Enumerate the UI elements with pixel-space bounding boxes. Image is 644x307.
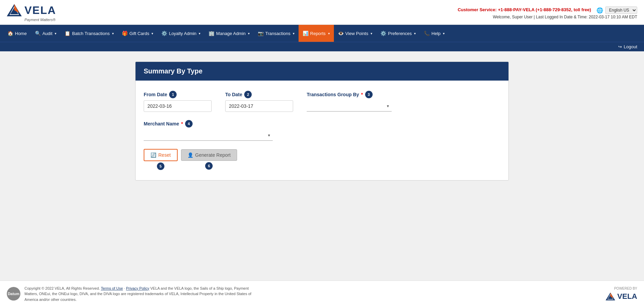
home-icon: 🏠 bbox=[7, 31, 13, 36]
nav-loyalty[interactable]: ⚙️ Loyalty Admin ▾ bbox=[157, 25, 204, 42]
nav-manageadmin[interactable]: 🏢 Manage Admin ▾ bbox=[204, 25, 254, 42]
group-by-select[interactable] bbox=[307, 100, 392, 112]
nav-reports[interactable]: 📊 Reports ▾ bbox=[299, 25, 334, 42]
form-row-2: Merchant Name * 4 ▾ bbox=[144, 120, 500, 141]
nav-batch[interactable]: 📋 Batch Transactions ▾ bbox=[60, 25, 118, 42]
reset-icon: 🔄 bbox=[150, 152, 156, 158]
to-date-label: To Date 2 bbox=[225, 91, 293, 98]
merchant-select[interactable] bbox=[144, 130, 273, 141]
nav-manageadmin-label: Manage Admin bbox=[216, 31, 246, 36]
to-date-step: 2 bbox=[244, 91, 252, 98]
reports-caret: ▾ bbox=[328, 32, 330, 35]
privacy-link[interactable]: Privacy Policy bbox=[126, 286, 149, 290]
to-date-group: To Date 2 bbox=[225, 91, 293, 112]
logout-bar: ↪ Logout bbox=[0, 42, 644, 51]
nav-home[interactable]: 🏠 Home bbox=[3, 25, 31, 42]
merchant-select-wrapper: ▾ bbox=[144, 130, 273, 141]
datum-logo: Datum bbox=[7, 287, 20, 301]
logout-label: Logout bbox=[624, 44, 637, 49]
logo-text: VELA bbox=[24, 4, 56, 17]
group-by-label-text: Transactions Group By bbox=[307, 92, 359, 97]
nav-giftcards[interactable]: 🎁 Gift Cards ▾ bbox=[118, 25, 158, 42]
footer-left: Datum Copyright © 2022 VELA, All Rights … bbox=[7, 286, 262, 303]
transactions-icon: 📷 bbox=[258, 31, 264, 36]
vela-logo-svg bbox=[7, 3, 22, 18]
terms-link[interactable]: Terms of Use bbox=[101, 286, 123, 290]
group-by-label: Transactions Group By * 3 bbox=[307, 91, 392, 98]
generate-step: 6 bbox=[205, 162, 213, 170]
help-icon: 📞 bbox=[424, 31, 430, 36]
from-date-label: From Date 1 bbox=[144, 91, 212, 98]
customer-service: Customer Service: +1-888-PAY-VELA (+1-88… bbox=[458, 7, 591, 12]
footer-right: POWERED BY VELA bbox=[606, 287, 637, 301]
group-by-required: * bbox=[361, 92, 363, 97]
from-date-label-text: From Date bbox=[144, 92, 167, 97]
nav-batch-label: Batch Transactions bbox=[72, 31, 110, 36]
nav-bar: 🏠 Home 🔍 Audit ▾ 📋 Batch Transactions ▾ … bbox=[0, 25, 644, 42]
footer-logo-svg bbox=[606, 292, 615, 301]
reset-label: Reset bbox=[158, 152, 171, 158]
reset-button[interactable]: 🔄 Reset bbox=[144, 149, 178, 161]
merchant-group: Merchant Name * 4 ▾ bbox=[144, 120, 273, 141]
form-container: Summary By Type From Date 1 To Date 2 bbox=[135, 62, 509, 181]
logo-row: VELA bbox=[7, 3, 56, 18]
from-date-input[interactable] bbox=[144, 100, 212, 112]
generate-icon: 👤 bbox=[187, 152, 193, 158]
nav-transactions[interactable]: 📷 Transactions ▾ bbox=[254, 25, 299, 42]
nav-help[interactable]: 📞 Help ▾ bbox=[420, 25, 449, 42]
viewpoints-caret: ▾ bbox=[371, 32, 372, 35]
to-date-input[interactable] bbox=[225, 100, 293, 112]
merchant-step: 4 bbox=[185, 120, 193, 127]
merchant-label: Merchant Name * 4 bbox=[144, 120, 273, 127]
group-by-group: Transactions Group By * 3 ▾ bbox=[307, 91, 392, 112]
loyalty-icon: ⚙️ bbox=[161, 31, 167, 36]
btn-row: 🔄 Reset 5 👤 Generate Report 6 bbox=[144, 149, 500, 170]
reset-step: 5 bbox=[157, 163, 164, 170]
top-bar: VELA Payment Matters® Customer Service: … bbox=[0, 0, 644, 25]
audit-caret: ▾ bbox=[55, 32, 56, 35]
manageadmin-icon: 🏢 bbox=[209, 31, 214, 36]
batch-icon: 📋 bbox=[65, 31, 70, 36]
nav-preferences-label: Preferences bbox=[388, 31, 412, 36]
footer-vela-text: VELA bbox=[617, 292, 637, 301]
language-select[interactable]: English US bbox=[605, 6, 637, 14]
form-row-1: From Date 1 To Date 2 Transactions Group… bbox=[144, 91, 500, 112]
from-date-step: 1 bbox=[169, 91, 177, 98]
from-date-group: From Date 1 bbox=[144, 91, 212, 112]
footer-text: Copyright © 2022 VELA, All Rights Reserv… bbox=[24, 286, 262, 303]
nav-giftcards-label: Gift Cards bbox=[129, 31, 149, 36]
logo-sub: Payment Matters® bbox=[24, 18, 56, 22]
nav-viewpoints[interactable]: 👁️ View Points ▾ bbox=[334, 25, 377, 42]
nav-preferences[interactable]: ⚙️ Preferences ▾ bbox=[376, 25, 420, 42]
footer-vela-logo: VELA bbox=[606, 292, 637, 301]
form-header: Summary By Type bbox=[136, 62, 508, 81]
manageadmin-caret: ▾ bbox=[248, 32, 250, 35]
logout-icon: ↪ bbox=[618, 44, 622, 49]
globe-icon: 🌐 bbox=[596, 7, 603, 14]
footer-copyright: Copyright © 2022 VELA, All Rights Reserv… bbox=[24, 286, 100, 290]
nav-home-label: Home bbox=[15, 31, 27, 36]
reports-icon: 📊 bbox=[303, 31, 308, 36]
group-by-step: 3 bbox=[365, 91, 373, 98]
nav-loyalty-label: Loyalty Admin bbox=[169, 31, 196, 36]
nav-reports-label: Reports bbox=[310, 31, 326, 36]
nav-viewpoints-label: View Points bbox=[345, 31, 369, 36]
preferences-icon: ⚙️ bbox=[380, 31, 386, 36]
welcome-text: Welcome, Super User | Last Logged In Dat… bbox=[493, 15, 637, 19]
nav-transactions-label: Transactions bbox=[265, 31, 290, 36]
logout-button[interactable]: ↪ Logout bbox=[618, 44, 637, 49]
nav-help-label: Help bbox=[431, 31, 441, 36]
language-selector-area: 🌐 English US bbox=[596, 6, 637, 14]
loyalty-caret: ▾ bbox=[199, 32, 200, 35]
generate-report-button[interactable]: 👤 Generate Report bbox=[181, 149, 237, 161]
form-body: From Date 1 To Date 2 Transactions Group… bbox=[136, 81, 508, 180]
logo-area: VELA Payment Matters® bbox=[7, 3, 56, 22]
logo-icon bbox=[7, 3, 22, 18]
viewpoints-icon: 👁️ bbox=[338, 31, 344, 36]
generate-label: Generate Report bbox=[195, 152, 231, 158]
help-caret: ▾ bbox=[443, 32, 445, 35]
group-by-select-wrapper: ▾ bbox=[307, 100, 392, 112]
powered-by-text: POWERED BY bbox=[614, 287, 637, 290]
giftcards-caret: ▾ bbox=[151, 32, 153, 35]
nav-audit[interactable]: 🔍 Audit ▾ bbox=[31, 25, 61, 42]
